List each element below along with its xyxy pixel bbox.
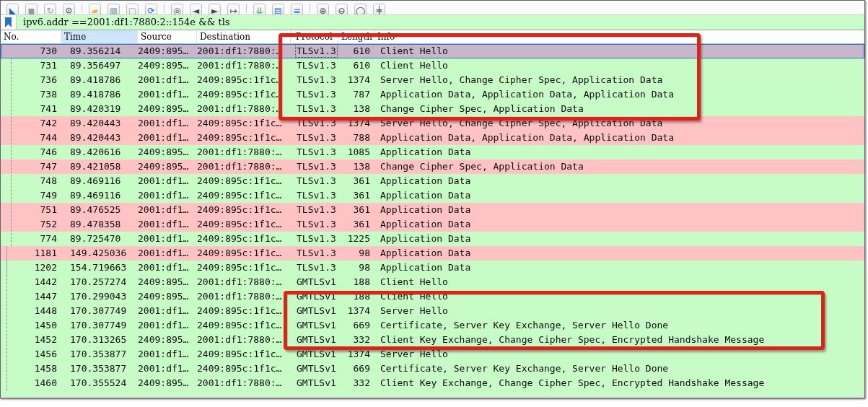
- packet-protocol: TLSv1.3: [291, 159, 338, 174]
- packet-source: 2001:df1…: [138, 347, 197, 362]
- packet-no: 1202: [1, 261, 61, 275]
- column-header-destination[interactable]: Destination: [197, 30, 291, 43]
- packet-source: 2001:df1…: [138, 362, 197, 376]
- open-file-icon[interactable]: ▰: [89, 4, 101, 15]
- packet-row[interactable]: 774 89.725470 2001:df1… 2409:895c:1f1c… …: [1, 232, 864, 246]
- packet-time: 170.355524: [61, 376, 138, 390]
- packet-time: 170.307749: [61, 304, 138, 318]
- packet-length: 138: [338, 159, 374, 174]
- packet-no: 1448: [1, 304, 61, 318]
- packet-source: 2001:df1…: [138, 232, 197, 246]
- capture-options-icon[interactable]: ⚙: [63, 4, 75, 15]
- packet-no: 1442: [1, 275, 61, 289]
- packet-row[interactable]: 752 89.478358 2001:df1… 2409:895c:1f1c… …: [1, 217, 864, 232]
- go-back-icon[interactable]: ◄: [190, 4, 202, 15]
- packet-destination: 2001:df1:7880:…: [197, 44, 291, 58]
- find-packet-icon-glyph: ◎: [173, 6, 180, 15]
- find-packet-icon[interactable]: ◎: [171, 4, 183, 15]
- packet-row[interactable]: 744 89.420443 2001:df1… 2409:895c:1f1c… …: [1, 131, 864, 145]
- packet-time: 170.257274: [61, 275, 138, 289]
- packet-row[interactable]: 746 89.420616 2409:895… 2001:df1:7880:… …: [1, 145, 864, 159]
- resize-columns-icon-glyph: ╪: [377, 6, 382, 15]
- column-header-source[interactable]: Source: [138, 30, 197, 43]
- packet-row[interactable]: 1460 170.355524 2409:895… 2001:df1:7880:…: [1, 376, 864, 390]
- go-back-icon-glyph: ◄: [193, 6, 199, 15]
- open-file-icon-glyph: ▰: [92, 6, 98, 15]
- close-file-icon[interactable]: ▢: [126, 4, 139, 15]
- packet-time: 149.425036: [61, 246, 138, 261]
- restart-capture-icon[interactable]: ↻: [44, 4, 56, 15]
- packet-source: 2001:df1…: [138, 217, 197, 232]
- packet-source: 2001:df1…: [138, 116, 197, 131]
- packet-protocol-value: TLSv1.3: [297, 204, 336, 215]
- column-header-no[interactable]: No.: [1, 30, 61, 43]
- packet-row[interactable]: 1442 170.257274 2409:895… 2001:df1:7880:…: [1, 275, 864, 289]
- packet-source: 2001:df1…: [138, 246, 197, 261]
- conversation-solid-line: [6, 246, 7, 275]
- packet-row[interactable]: 749 89.469116 2001:df1… 2409:895c:1f1c… …: [1, 188, 864, 203]
- packet-no: 1447: [1, 289, 61, 304]
- toolbar-separator: [82, 4, 82, 13]
- packet-row[interactable]: 1458 170.353877 2001:df1… 2409:895c:1f1c…: [1, 362, 864, 376]
- packet-no: 748: [1, 174, 61, 188]
- packet-no: 736: [1, 73, 61, 87]
- packet-row[interactable]: 751 89.476525 2001:df1… 2409:895c:1f1c… …: [1, 203, 864, 217]
- packet-destination: 2409:895c:1f1c…: [197, 116, 291, 131]
- coloring-rules-icon-glyph: ≡: [293, 6, 300, 15]
- stop-capture-icon[interactable]: ◼: [25, 4, 38, 15]
- packet-protocol-value: TLSv1.3: [297, 248, 336, 258]
- restart-capture-icon-glyph: ↻: [46, 6, 53, 15]
- packet-time: 170.313265: [61, 333, 138, 347]
- packet-row[interactable]: 1181 149.425036 2001:df1… 2409:895c:1f1c…: [1, 246, 864, 261]
- packet-info: Client Hello: [374, 275, 864, 289]
- packet-row[interactable]: 747 89.421058 2409:895… 2001:df1:7880:… …: [1, 159, 864, 174]
- packet-time: 170.353877: [61, 362, 138, 376]
- start-capture-icon[interactable]: ◣: [6, 4, 19, 15]
- packet-source: 2409:895…: [138, 44, 197, 58]
- auto-scroll-icon[interactable]: ⇊: [253, 4, 266, 15]
- packet-protocol: GMTLSv1: [291, 362, 338, 376]
- packet-length: 361: [338, 203, 374, 217]
- packet-destination: 2001:df1:7880:…: [197, 275, 291, 289]
- packet-time: 89.476525: [61, 203, 138, 217]
- close-file-icon-glyph: ▢: [128, 6, 136, 15]
- packet-source: 2409:895…: [138, 102, 197, 116]
- zoom-in-icon[interactable]: ⊕: [317, 4, 329, 15]
- packet-length: 361: [338, 217, 374, 232]
- reload-file-icon-glyph: ⟳: [147, 6, 154, 15]
- packet-protocol: GMTLSv1: [291, 376, 338, 390]
- zoom-original-icon[interactable]: ◯: [354, 4, 367, 15]
- save-file-icon[interactable]: ▦: [108, 4, 120, 15]
- column-header-time[interactable]: Time: [61, 30, 138, 43]
- packet-source: 2409:895…: [138, 289, 197, 304]
- zoom-out-icon[interactable]: ⊖: [336, 4, 348, 15]
- display-filter-input[interactable]: ipv6.addr ==2001:df1:7880:2::154e && tls: [17, 15, 864, 30]
- coloring-rules-icon[interactable]: ≡: [291, 4, 303, 15]
- packet-row[interactable]: 1202 154.719663 2001:df1… 2409:895c:1f1c…: [1, 261, 864, 275]
- packet-destination: 2409:895c:1f1c…: [197, 304, 291, 318]
- go-to-packet-icon[interactable]: ↦: [227, 4, 240, 15]
- packet-destination: 2001:df1:7880:…: [197, 289, 291, 304]
- packet-source: 2409:895…: [138, 275, 197, 289]
- packet-time: 170.307749: [61, 318, 138, 333]
- auto-scroll-icon-glyph: ⇊: [255, 6, 263, 15]
- reload-file-icon[interactable]: ⟳: [145, 4, 157, 15]
- packet-source: 2001:df1…: [138, 188, 197, 203]
- filter-bookmark-button[interactable]: [1, 15, 17, 30]
- packet-info: Certificate, Server Key Exchange, Server…: [374, 362, 864, 376]
- resize-columns-icon[interactable]: ╪: [373, 4, 385, 15]
- packet-protocol: TLSv1.3: [291, 131, 338, 145]
- packet-no: 742: [1, 116, 61, 131]
- go-forward-icon[interactable]: ►: [209, 4, 221, 15]
- packet-info: Application Data: [374, 145, 864, 159]
- packet-destination: 2409:895c:1f1c…: [197, 131, 291, 145]
- colorize-icon[interactable]: ▤: [272, 4, 284, 15]
- packet-destination: 2001:df1:7880:…: [197, 58, 291, 73]
- zoom-original-icon-glyph: ◯: [356, 6, 365, 15]
- packet-time: 170.299043: [61, 289, 138, 304]
- display-filter-bar: ipv6.addr ==2001:df1:7880:2::154e && tls: [1, 15, 864, 30]
- packet-no: 747: [1, 159, 61, 174]
- packet-row[interactable]: 748 89.469116 2001:df1… 2409:895c:1f1c… …: [1, 174, 864, 188]
- packet-time: 89.356214: [61, 44, 138, 58]
- partial-row: [1, 390, 864, 397]
